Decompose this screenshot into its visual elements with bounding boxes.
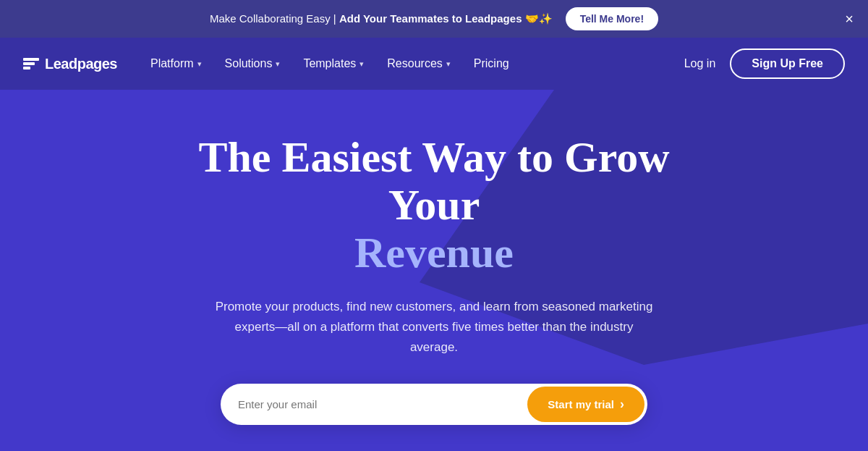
announcement-bold: Add Your Teammates to Leadpages (339, 12, 522, 25)
logo-text: Leadpages (45, 56, 117, 72)
navbar: Leadpages Platform ▾ Solutions ▾ Templat… (0, 38, 868, 90)
nav-resources[interactable]: Resources ▾ (377, 51, 460, 76)
announcement-emoji: 🤝✨ (522, 12, 552, 25)
hero-section: The Easiest Way to Grow Your Revenue Pro… (0, 90, 868, 451)
logo-link[interactable]: Leadpages (23, 56, 117, 72)
nav-right: Log in Sign Up Free (684, 49, 845, 79)
signup-button[interactable]: Sign Up Free (730, 49, 845, 79)
login-link[interactable]: Log in (684, 57, 716, 70)
email-input[interactable] (221, 384, 524, 425)
hero-title: The Easiest Way to Grow Your Revenue (163, 133, 705, 277)
hero-title-line2: Revenue (354, 229, 514, 277)
nav-solutions[interactable]: Solutions ▾ (215, 51, 291, 76)
chevron-down-icon: ▾ (197, 59, 202, 69)
hero-subtitle: Promote your products, find new customer… (210, 297, 658, 358)
chevron-down-icon: ▾ (359, 59, 364, 69)
nav-templates[interactable]: Templates ▾ (293, 51, 374, 76)
arrow-icon: › (620, 397, 624, 412)
nav-links: Platform ▾ Solutions ▾ Templates ▾ Resou… (140, 51, 684, 76)
chevron-down-icon: ▾ (276, 59, 280, 69)
nav-platform[interactable]: Platform ▾ (140, 51, 212, 76)
nav-pricing[interactable]: Pricing (464, 51, 519, 76)
logo-icon (23, 58, 39, 69)
hero-title-line1: The Easiest Way to Grow Your (198, 133, 669, 229)
tell-me-more-button[interactable]: Tell Me More! (566, 7, 658, 30)
announcement-banner: Make Collaborating Easy | Add Your Teamm… (0, 0, 868, 38)
announcement-text: Make Collaborating Easy | Add Your Teamm… (210, 12, 553, 25)
email-form: Start my trial › (221, 384, 647, 425)
start-trial-button[interactable]: Start my trial › (527, 387, 644, 422)
announcement-prefix: Make Collaborating Easy | (210, 12, 339, 25)
hero-content: The Easiest Way to Grow Your Revenue Pro… (163, 133, 705, 425)
close-banner-button[interactable]: × (845, 12, 854, 26)
chevron-down-icon: ▾ (446, 59, 451, 69)
